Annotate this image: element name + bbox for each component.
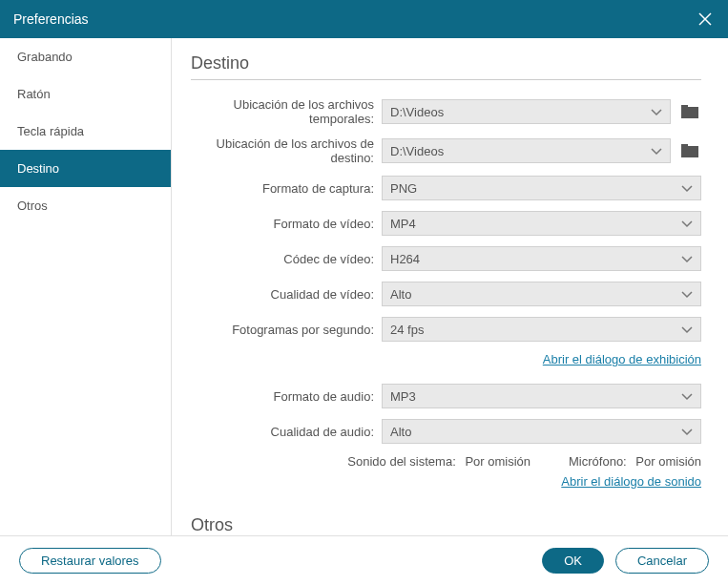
sidebar-item-destino[interactable]: Destino <box>0 150 171 187</box>
sidebar-item-tecla-rapida[interactable]: Tecla rápida <box>0 113 171 150</box>
mic-value: Por omisión <box>635 454 701 469</box>
chevron-down-icon <box>681 217 693 231</box>
chevron-down-icon <box>651 105 662 119</box>
svg-rect-3 <box>681 105 688 109</box>
chevron-down-icon <box>681 181 693 196</box>
video-codec-label: Códec de vídeo: <box>191 252 382 266</box>
audio-format-label: Formato de audio: <box>191 389 382 404</box>
chevron-down-icon <box>651 144 662 158</box>
system-sound-info: Sonido del sistema: Por omisión <box>347 454 530 469</box>
restore-defaults-button[interactable]: Restaurar valores <box>19 548 161 574</box>
video-format-label: Formato de vídeo: <box>191 217 382 231</box>
ok-button[interactable]: OK <box>542 548 604 574</box>
open-sound-dialog-link[interactable]: Abrir el diálogo de sonido <box>561 474 701 489</box>
capture-format-select[interactable]: PNG <box>382 176 701 200</box>
temp-location-select[interactable]: D:\Videos <box>382 99 671 124</box>
sidebar-item-otros[interactable]: Otros <box>0 187 171 224</box>
fps-select[interactable]: 24 fps <box>382 317 701 342</box>
video-quality-label: Cualidad de vídeo: <box>191 287 382 302</box>
browse-dest-folder-button[interactable] <box>678 140 701 161</box>
video-codec-select[interactable]: H264 <box>382 246 701 271</box>
video-quality-value: Alto <box>390 287 411 302</box>
system-sound-label: Sonido del sistema: <box>347 454 455 469</box>
capture-format-value: PNG <box>390 181 417 196</box>
video-codec-value: H264 <box>390 252 420 266</box>
sidebar-item-raton[interactable]: Ratón <box>0 75 171 113</box>
mic-info: Micrófono: Por omisión <box>569 454 701 469</box>
temp-location-label: Ubicación de los archivos temporales: <box>191 97 382 126</box>
system-sound-value: Por omisión <box>465 454 530 469</box>
chevron-down-icon <box>681 252 693 266</box>
video-format-select[interactable]: MP4 <box>382 211 701 236</box>
sidebar-item-grabando[interactable]: Grabando <box>0 38 171 75</box>
window-title: Preferencias <box>13 11 89 27</box>
content-pane: Destino Ubicación de los archivos tempor… <box>172 38 728 535</box>
cancel-button[interactable]: Cancelar <box>615 548 709 574</box>
close-icon[interactable] <box>696 10 715 29</box>
mic-label: Micrófono: <box>569 454 627 469</box>
audio-quality-value: Alto <box>390 425 411 439</box>
capture-format-label: Formato de captura: <box>191 181 382 196</box>
dest-location-select[interactable]: D:\Videos <box>382 138 671 163</box>
audio-format-select[interactable]: MP3 <box>382 384 701 408</box>
dest-location-value: D:\Videos <box>390 144 444 158</box>
chevron-down-icon <box>681 425 693 439</box>
svg-rect-5 <box>681 144 688 148</box>
section-heading-destino: Destino <box>191 53 701 80</box>
sidebar: Grabando Ratón Tecla rápida Destino Otro… <box>0 38 172 535</box>
video-quality-select[interactable]: Alto <box>382 282 701 306</box>
temp-location-value: D:\Videos <box>390 105 444 119</box>
open-display-dialog-link[interactable]: Abrir el diálogo de exhibición <box>543 352 701 366</box>
chevron-down-icon <box>681 323 693 337</box>
audio-format-value: MP3 <box>390 389 416 404</box>
video-format-value: MP4 <box>390 217 416 231</box>
browse-temp-folder-button[interactable] <box>678 101 701 122</box>
fps-value: 24 fps <box>390 323 424 337</box>
fps-label: Fotogramas por segundo: <box>191 323 382 337</box>
audio-quality-select[interactable]: Alto <box>382 419 701 444</box>
dest-location-label: Ubicación de los archivos de destino: <box>191 136 382 165</box>
chevron-down-icon <box>681 389 693 404</box>
audio-quality-label: Cualidad de audio: <box>191 425 382 439</box>
section-heading-otros: Otros <box>191 515 701 535</box>
chevron-down-icon <box>681 287 693 302</box>
